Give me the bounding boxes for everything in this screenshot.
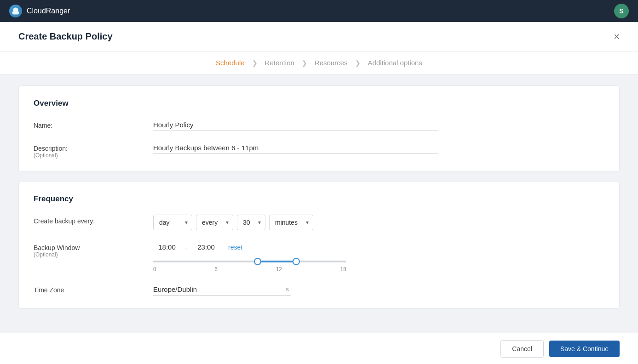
timezone-control: × — [153, 284, 604, 296]
timezone-label: Time Zone — [34, 284, 153, 294]
frequency-dropdowns: day week month ▾ every at ▾ — [153, 215, 604, 230]
slider-label-18: 18 — [340, 266, 346, 273]
slider-fill — [258, 261, 296, 262]
user-avatar[interactable]: S — [614, 4, 629, 18]
start-time-input[interactable] — [153, 241, 181, 253]
minutes-value-select[interactable]: 15 30 45 60 — [237, 215, 265, 230]
slider-label-12: 12 — [276, 266, 282, 273]
frequency-controls: day week month ▾ every at ▾ — [153, 215, 604, 230]
chevron-2-icon: ❯ — [298, 59, 311, 67]
step-resources[interactable]: Resources — [311, 59, 351, 67]
create-backup-label: Create backup every: — [34, 215, 153, 225]
backup-window-label: Backup Window (Optional) — [34, 241, 153, 258]
timezone-row: Time Zone × — [34, 284, 604, 296]
step-retention-label: Retention — [261, 59, 298, 67]
step-schedule[interactable]: Schedule — [212, 59, 248, 67]
overview-card: Overview Name: Description: (Optional) — [18, 85, 620, 172]
overview-title: Overview — [34, 99, 604, 108]
slider-label-6: 6 — [214, 266, 218, 273]
frequency-card: Frequency Create backup every: day week … — [18, 181, 620, 309]
create-backup-row: Create backup every: day week month ▾ ev… — [34, 215, 604, 230]
slider-track — [153, 261, 346, 262]
description-control — [153, 142, 604, 154]
description-row: Description: (Optional) — [34, 142, 604, 159]
name-label: Name: — [34, 119, 153, 129]
step-additional-options[interactable]: Additional options — [364, 59, 426, 67]
day-select[interactable]: day week month — [153, 215, 192, 230]
minutes-unit-select-wrapper: minutes hours ▾ — [269, 215, 313, 230]
timezone-clear-button[interactable]: × — [283, 286, 291, 293]
name-row: Name: — [34, 119, 604, 131]
step-additional-options-label: Additional options — [364, 59, 426, 67]
cancel-button[interactable]: Cancel — [500, 340, 544, 358]
logo-icon — [9, 5, 22, 17]
slider-thumb-right[interactable] — [293, 258, 300, 265]
slider-labels: 0 6 12 18 — [153, 266, 346, 273]
app-logo: CloudRanger — [9, 5, 70, 17]
slider-label-0: 0 — [153, 266, 156, 273]
description-input[interactable] — [153, 142, 438, 154]
backup-window-optional-label: (Optional) — [34, 251, 153, 258]
every-select-wrapper: every at ▾ — [196, 215, 233, 230]
chevron-3-icon: ❯ — [351, 59, 364, 67]
name-control — [153, 119, 604, 131]
slider-thumb-left[interactable] — [254, 258, 261, 265]
time-separator: - — [185, 244, 188, 251]
save-continue-button[interactable]: Save & Continue — [549, 341, 620, 357]
backup-window-control: - reset 0 6 12 18 — [153, 241, 604, 273]
window-time-row: - reset — [153, 241, 604, 253]
page-title-bar: Create Backup Policy × — [0, 22, 638, 51]
app-header: CloudRanger S — [0, 0, 638, 22]
timezone-input[interactable] — [153, 285, 283, 293]
step-retention[interactable]: Retention — [261, 59, 298, 67]
reset-button[interactable]: reset — [228, 244, 242, 251]
end-time-input[interactable] — [192, 241, 220, 253]
step-schedule-label: Schedule — [212, 59, 248, 67]
step-resources-label: Resources — [311, 59, 351, 67]
day-select-wrapper: day week month ▾ — [153, 215, 192, 230]
backup-window-slider[interactable]: 0 6 12 18 — [153, 261, 346, 273]
footer: Cancel Save & Continue — [0, 333, 638, 364]
minutes-value-select-wrapper: 15 30 45 60 ▾ — [237, 215, 265, 230]
description-label: Description: (Optional) — [34, 142, 153, 159]
minutes-unit-select[interactable]: minutes hours — [269, 215, 313, 230]
steps-navigation: Schedule ❯ Retention ❯ Resources ❯ Addit… — [0, 51, 638, 74]
page-title: Create Backup Policy — [18, 31, 113, 42]
name-input[interactable] — [153, 119, 438, 131]
backup-window-row: Backup Window (Optional) - reset — [34, 241, 604, 273]
app-name: CloudRanger — [27, 7, 70, 15]
chevron-1-icon: ❯ — [248, 59, 261, 67]
main-content: Overview Name: Description: (Optional) F… — [0, 74, 638, 320]
close-button[interactable]: × — [614, 32, 620, 42]
frequency-title: Frequency — [34, 194, 604, 204]
timezone-wrapper: × — [153, 284, 291, 296]
every-select[interactable]: every at — [196, 215, 233, 230]
description-optional-label: (Optional) — [34, 152, 153, 159]
